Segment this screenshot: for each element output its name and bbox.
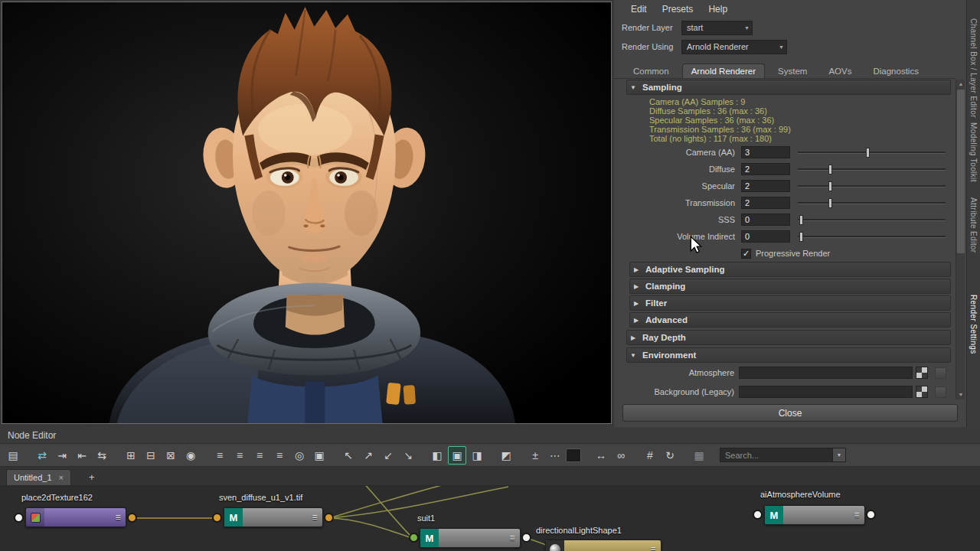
- node-menu-icon[interactable]: ≡: [307, 508, 322, 527]
- section-sampling[interactable]: ▼ Sampling: [626, 80, 951, 95]
- node-sven-diffuse-u1-v1-tif[interactable]: M≡: [224, 507, 323, 527]
- section-ray-depth[interactable]: ▶ Ray Depth: [626, 330, 951, 345]
- menu-item-presets[interactable]: Presets: [662, 4, 694, 15]
- node-socket[interactable]: [521, 533, 531, 543]
- tab-arnold-renderer[interactable]: Arnold Renderer: [682, 64, 765, 78]
- clear-graph-icon[interactable]: ⊠: [162, 446, 180, 465]
- dots-display-icon[interactable]: ⋯: [546, 446, 564, 465]
- tab-untitled-1[interactable]: Untitled_1 ×: [6, 469, 71, 485]
- output-connections-icon[interactable]: ⇤: [73, 446, 91, 465]
- attr-value-field[interactable]: 0: [741, 214, 790, 226]
- attr-slider[interactable]: [798, 219, 946, 221]
- close-tab-icon[interactable]: ×: [59, 473, 64, 482]
- attr-value-field[interactable]: 2: [741, 197, 790, 209]
- progressive-render-checkbox[interactable]: ✓: [741, 249, 751, 259]
- attr-value-field[interactable]: 2: [741, 180, 790, 192]
- section-advanced[interactable]: ▶Advanced: [629, 312, 951, 328]
- section-environment[interactable]: ▼ Environment: [626, 347, 951, 363]
- search-dropdown-arrow-icon[interactable]: ▼: [833, 448, 846, 462]
- full-display-mode-icon[interactable]: ◨: [468, 446, 486, 465]
- node-graph[interactable]: place2dTexture162≡sven_diffuse_u1_v1.tif…: [0, 486, 980, 551]
- infinite-depth-icon[interactable]: ∞: [612, 446, 630, 465]
- tab-system[interactable]: System: [769, 64, 815, 78]
- section-clamping[interactable]: ▶Clamping: [629, 279, 951, 294]
- scroll-down-icon[interactable]: ▼: [956, 390, 965, 399]
- select-stream-icon[interactable]: ◉: [181, 446, 200, 465]
- dock-tab-channel-box-layer-editor[interactable]: Channel Box / Layer Editor: [969, 18, 978, 118]
- connected-display-mode-icon[interactable]: ▣: [448, 446, 466, 465]
- layout-rows-icon[interactable]: ≡: [211, 446, 229, 465]
- slider-handle[interactable]: [866, 148, 870, 158]
- node-menu-icon[interactable]: ≡: [505, 529, 520, 547]
- add-tab-button[interactable]: +: [83, 469, 100, 485]
- node-socket[interactable]: [409, 533, 419, 543]
- slider-handle[interactable]: [799, 215, 803, 225]
- close-button[interactable]: Close: [622, 404, 958, 422]
- sync-selection-icon[interactable]: ⇄: [33, 446, 51, 465]
- simple-display-mode-icon[interactable]: ◧: [428, 446, 446, 465]
- section-adaptive-sampling[interactable]: ▶Adaptive Sampling: [629, 262, 951, 277]
- node-socket[interactable]: [866, 510, 876, 520]
- break-connection-tool-icon[interactable]: ↙: [379, 446, 397, 465]
- grid-snap-icon[interactable]: #: [641, 446, 659, 465]
- input-connections-icon[interactable]: ⇥: [53, 446, 71, 465]
- slider-handle[interactable]: [799, 232, 803, 242]
- node-menu-icon[interactable]: ≡: [110, 508, 126, 527]
- node-aiatmospherevolume[interactable]: M≡: [764, 505, 865, 525]
- rearrange-graph-icon[interactable]: ↘: [399, 446, 417, 465]
- node-menu-icon[interactable]: ≡: [645, 540, 661, 551]
- attr-slider[interactable]: [798, 152, 946, 154]
- attr-slider[interactable]: [798, 168, 946, 171]
- select-tool-icon[interactable]: ↖: [339, 446, 358, 465]
- texture-map-button[interactable]: [916, 386, 928, 398]
- node-socket[interactable]: [324, 513, 334, 523]
- menu-item-help[interactable]: Help: [708, 4, 727, 15]
- attr-value-field[interactable]: 2: [741, 163, 790, 175]
- extra-panel-icon[interactable]: ▦: [690, 446, 708, 465]
- node-socket[interactable]: [753, 510, 763, 520]
- tab-diagnostics[interactable]: Diagnostics: [864, 64, 926, 78]
- layout-columns-icon[interactable]: ≡: [230, 446, 249, 465]
- align-horizontal-icon[interactable]: ≡: [250, 446, 269, 465]
- zoom-select-icon[interactable]: ◎: [290, 446, 309, 465]
- align-vertical-icon[interactable]: ≡: [270, 446, 289, 465]
- scroll-up-icon[interactable]: ▲: [956, 80, 965, 89]
- add-to-graph-icon[interactable]: ⊞: [122, 446, 140, 465]
- attr-slider[interactable]: [798, 202, 946, 204]
- slider-handle[interactable]: [828, 181, 832, 191]
- tab-aovs[interactable]: AOVs: [820, 64, 860, 78]
- dock-tab-modeling-toolkit[interactable]: Modeling Toolkit: [969, 122, 978, 182]
- node-directionallightshape1[interactable]: ≡: [545, 540, 662, 551]
- node-socket[interactable]: [212, 513, 222, 523]
- tab-common[interactable]: Common: [625, 64, 678, 78]
- attr-text-field[interactable]: [739, 386, 913, 398]
- search-input[interactable]: [720, 448, 833, 462]
- input-output-connections-icon[interactable]: ⇆: [93, 446, 111, 465]
- attr-value-field[interactable]: 0: [741, 230, 790, 243]
- dock-tab-render-settings[interactable]: Render Settings: [969, 295, 978, 354]
- texture-map-button[interactable]: [916, 367, 928, 379]
- section-filter[interactable]: ▶Filter: [629, 295, 951, 311]
- menu-item-edit[interactable]: Edit: [631, 4, 647, 15]
- attr-text-field[interactable]: [739, 367, 913, 379]
- slider-handle[interactable]: [828, 165, 832, 174]
- expand-connections-icon[interactable]: ↔: [592, 446, 610, 465]
- render-using-dropdown[interactable]: Arnold Renderer ▼: [681, 40, 787, 54]
- slider-handle[interactable]: [828, 198, 832, 208]
- color-swatch-button[interactable]: [935, 386, 946, 398]
- render-layer-dropdown[interactable]: start ▼: [681, 21, 753, 35]
- node-socket[interactable]: [127, 513, 137, 523]
- color-swatch-button[interactable]: [935, 367, 946, 379]
- numeric-precision-icon[interactable]: ±: [526, 446, 544, 465]
- attr-slider[interactable]: [798, 236, 946, 238]
- dock-tab-attribute-editor[interactable]: Attribute Editor: [969, 197, 978, 253]
- node-menu-icon[interactable]: ≡: [849, 506, 864, 524]
- background-color-swatch[interactable]: [566, 448, 581, 462]
- node-suit1[interactable]: M≡: [420, 528, 521, 548]
- node-socket[interactable]: [14, 513, 24, 523]
- node-display-panel-icon[interactable]: ▤: [4, 446, 22, 465]
- pin-nodes-icon[interactable]: ◩: [497, 446, 515, 465]
- attr-value-field[interactable]: 3: [741, 146, 790, 158]
- frame-all-icon[interactable]: ▣: [310, 446, 328, 465]
- node-place2dtexture162[interactable]: ≡: [25, 507, 126, 527]
